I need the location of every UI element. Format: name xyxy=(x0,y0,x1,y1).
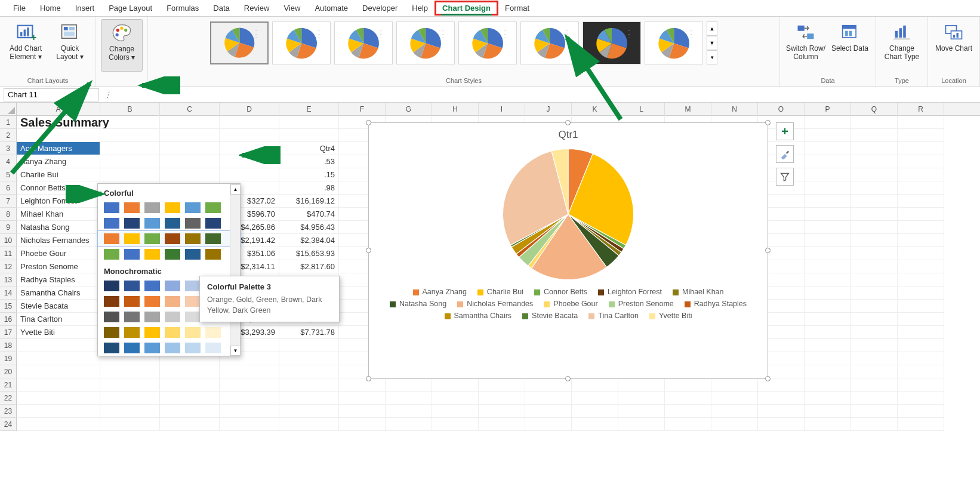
cell-N24[interactable] xyxy=(711,418,758,431)
column-header-E[interactable]: E xyxy=(279,103,339,116)
cell-J21[interactable] xyxy=(525,378,572,392)
cell-E20[interactable] xyxy=(279,365,339,378)
change-colors-button[interactable]: Change Colors ▾ xyxy=(101,19,143,72)
chart-style-1[interactable]: ——— xyxy=(210,21,269,64)
cell-A9[interactable]: Natasha Song xyxy=(17,221,100,234)
column-header-K[interactable]: K xyxy=(572,103,618,116)
cell-R20[interactable] xyxy=(898,365,944,378)
cell-R1[interactable] xyxy=(898,116,944,129)
column-header-O[interactable]: O xyxy=(758,103,805,116)
cell-M23[interactable] xyxy=(665,405,711,418)
row-header-4[interactable]: 4 xyxy=(0,155,17,168)
cell-P4[interactable] xyxy=(805,155,851,168)
cell-D5[interactable] xyxy=(220,168,279,181)
tab-page-layout[interactable]: Page Layout xyxy=(101,1,159,15)
cell-R16[interactable] xyxy=(898,313,944,326)
cell-E6[interactable]: .98 xyxy=(279,181,339,195)
colorful-palette-row-3[interactable] xyxy=(98,231,240,246)
styles-more[interactable]: ▾ xyxy=(707,50,717,64)
cell-Q19[interactable] xyxy=(851,352,898,365)
cell-P3[interactable] xyxy=(805,142,851,155)
cell-C22[interactable] xyxy=(160,392,220,405)
row-header-9[interactable]: 9 xyxy=(0,221,17,234)
cell-P19[interactable] xyxy=(805,352,851,365)
cell-G23[interactable] xyxy=(386,405,432,418)
legend-item[interactable]: Stevie Bacata xyxy=(522,312,578,320)
cell-E10[interactable]: $2,384.04 xyxy=(279,234,339,247)
chart-filters-button[interactable] xyxy=(776,168,794,186)
row-header-16[interactable]: 16 xyxy=(0,313,17,326)
cell-R9[interactable] xyxy=(898,221,944,234)
cell-Q5[interactable] xyxy=(851,168,898,181)
cell-A20[interactable] xyxy=(17,365,100,378)
row-header-11[interactable]: 11 xyxy=(0,247,17,260)
cell-P5[interactable] xyxy=(805,168,851,181)
cell-A21[interactable] xyxy=(17,378,100,392)
row-header-5[interactable]: 5 xyxy=(0,168,17,181)
cell-O24[interactable] xyxy=(758,418,805,431)
cell-H22[interactable] xyxy=(432,392,479,405)
colorful-palette-row-1[interactable] xyxy=(98,200,240,215)
cell-L22[interactable] xyxy=(618,392,665,405)
cell-Q13[interactable] xyxy=(851,273,898,286)
row-header-6[interactable]: 6 xyxy=(0,181,17,195)
column-header-P[interactable]: P xyxy=(805,103,851,116)
column-header-B[interactable]: B xyxy=(100,103,160,116)
column-header-C[interactable]: C xyxy=(160,103,220,116)
column-header-N[interactable]: N xyxy=(711,103,758,116)
cell-E8[interactable]: $470.74 xyxy=(279,208,339,221)
row-header-15[interactable]: 15 xyxy=(0,300,17,313)
cell-K21[interactable] xyxy=(572,378,618,392)
cell-P21[interactable] xyxy=(805,378,851,392)
cell-P14[interactable] xyxy=(805,286,851,300)
cell-C2[interactable] xyxy=(160,129,220,142)
cell-N23[interactable] xyxy=(711,405,758,418)
cell-Q4[interactable] xyxy=(851,155,898,168)
cell-Q16[interactable] xyxy=(851,313,898,326)
cell-J22[interactable] xyxy=(525,392,572,405)
cell-P22[interactable] xyxy=(805,392,851,405)
name-box[interactable] xyxy=(4,88,99,101)
cell-Q9[interactable] xyxy=(851,221,898,234)
styles-scroll-up[interactable]: ▲ xyxy=(707,21,717,36)
cell-P23[interactable] xyxy=(805,405,851,418)
column-header-Q[interactable]: Q xyxy=(851,103,898,116)
cell-L24[interactable] xyxy=(618,418,665,431)
cell-C4[interactable] xyxy=(160,155,220,168)
cell-R5[interactable] xyxy=(898,168,944,181)
tab-chart-design[interactable]: Chart Design xyxy=(435,1,498,15)
cell-D4[interactable] xyxy=(220,155,279,168)
tab-help[interactable]: Help xyxy=(405,1,435,15)
chart-style-7[interactable]: ——— xyxy=(583,21,641,64)
cell-O22[interactable] xyxy=(758,392,805,405)
cell-Q21[interactable] xyxy=(851,378,898,392)
row-header-12[interactable]: 12 xyxy=(0,260,17,273)
cell-H24[interactable] xyxy=(432,418,479,431)
cell-E11[interactable]: $15,653.93 xyxy=(279,247,339,260)
cell-R4[interactable] xyxy=(898,155,944,168)
row-header-21[interactable]: 21 xyxy=(0,378,17,392)
cell-Q2[interactable] xyxy=(851,129,898,142)
cell-K22[interactable] xyxy=(572,392,618,405)
cell-A14[interactable]: Samantha Chairs xyxy=(17,286,100,300)
legend-item[interactable]: Yvette Biti xyxy=(649,312,692,320)
cell-I24[interactable] xyxy=(479,418,525,431)
mono-palette-row-4[interactable] xyxy=(98,325,240,340)
row-header-1[interactable]: 1 xyxy=(0,116,17,129)
column-header-G[interactable]: G xyxy=(386,103,432,116)
colorful-palette-row-4[interactable] xyxy=(98,246,240,262)
row-header-23[interactable]: 23 xyxy=(0,405,17,418)
cell-A18[interactable] xyxy=(17,339,100,352)
legend-item[interactable]: Mihael Khan xyxy=(673,288,724,296)
row-header-24[interactable]: 24 xyxy=(0,418,17,431)
cell-O21[interactable] xyxy=(758,378,805,392)
cell-P20[interactable] xyxy=(805,365,851,378)
cell-C1[interactable] xyxy=(160,116,220,129)
scroll-up-button[interactable]: ▲ xyxy=(230,184,241,195)
chart-style-8[interactable]: ——— xyxy=(645,21,703,64)
cell-H21[interactable] xyxy=(432,378,479,392)
cell-R12[interactable] xyxy=(898,260,944,273)
cell-A6[interactable]: Connor Betts xyxy=(17,181,100,195)
cell-R10[interactable] xyxy=(898,234,944,247)
cell-D22[interactable] xyxy=(220,392,279,405)
